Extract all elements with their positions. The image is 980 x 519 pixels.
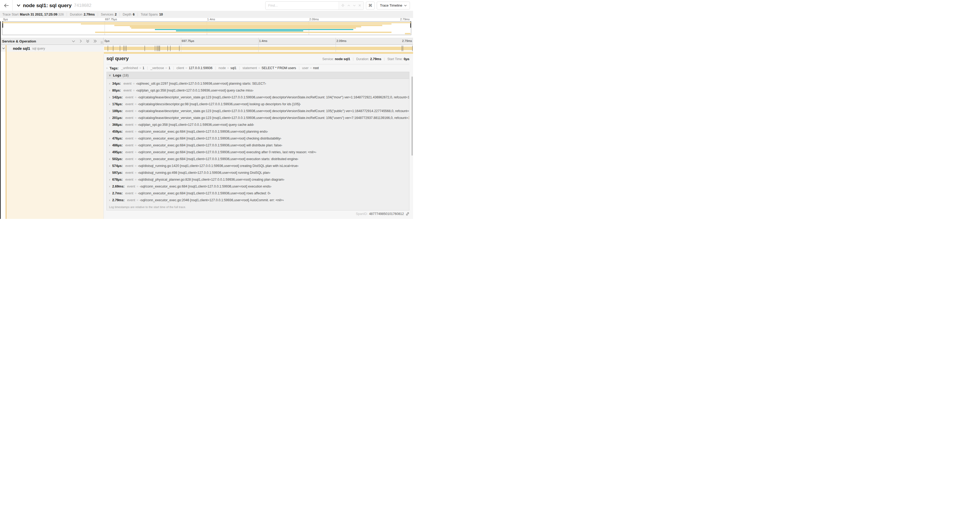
tag-value: 1 [169, 66, 170, 70]
log-timestamp: 459μs: [112, 130, 123, 133]
vertical-scrollbar-thumb[interactable] [412, 77, 413, 156]
left-gutter [0, 52, 103, 219]
log-row[interactable]: ›678μs:event=‹sql/distsql_physical_plann… [107, 176, 409, 183]
minimap-tick-labels: 0μs697.75μs1.4ms2.09ms2.79ms [2, 18, 411, 21]
chevron-right-icon: › [109, 178, 110, 181]
log-row[interactable]: ›476μs:event=‹sql/conn_executor_exec.go:… [107, 135, 409, 142]
column-resizer-handle[interactable] [101, 41, 102, 44]
log-field-value: ‹sql/catalog/lease/descriptor_version_st… [138, 109, 409, 113]
log-field-value: ‹sql/conn_executor_exec.go:684 [nsql1,cl… [140, 185, 271, 188]
log-field-value: ‹sql/conn_executor_exec.go:684 [nsql1,cl… [138, 150, 317, 154]
prev-match-icon[interactable] [347, 4, 350, 7]
chevron-right-icon: › [109, 150, 110, 154]
log-row[interactable]: ›2.69ms:event=‹sql/conn_executor_exec.go… [107, 183, 409, 190]
trace-collapse-chevron-icon[interactable] [17, 4, 21, 7]
tag-key: node [219, 66, 226, 70]
duration-value: 2.79ms [84, 13, 95, 16]
divider [98, 13, 98, 16]
log-row[interactable]: ›201μs:event=‹sql/catalog/lease/descript… [107, 115, 409, 121]
log-marker [155, 46, 155, 51]
log-marker [157, 46, 157, 51]
find-input[interactable] [266, 2, 339, 10]
find-addon [339, 2, 364, 10]
log-row[interactable]: ›502μs:event=‹sql/conn_executor_exec.go:… [107, 156, 409, 163]
view-selector-button[interactable]: Trace Timeline [377, 2, 410, 10]
service-label: Service: [323, 57, 334, 61]
back-button[interactable] [0, 0, 13, 11]
span-row-track[interactable] [103, 45, 413, 52]
equals-sign: = [135, 192, 137, 195]
locate-match-icon[interactable] [341, 4, 345, 7]
log-field-value: ‹sql/conn_executor_exec.go:684 [nsql1,cl… [138, 192, 271, 195]
tag-item[interactable]: _unfinished=1 [121, 66, 144, 70]
equals-sign: = [135, 123, 137, 126]
tag-item[interactable]: client=127.0.0.1:59936 [177, 66, 213, 70]
divider [215, 67, 216, 70]
tag-item[interactable]: _verbose=1 [150, 66, 170, 70]
span-id-value: 4877749850101760812 [369, 212, 404, 216]
log-field-key: event [126, 150, 134, 154]
collapse-all-icon[interactable] [86, 39, 89, 43]
total-spans-label: Total Spans [141, 13, 158, 16]
left-scrollbar[interactable] [0, 21, 1, 219]
log-row[interactable]: ›176μs:event=‹sql/catalog/descs/descript… [107, 101, 409, 108]
tick-label: 2.09ms [309, 18, 319, 21]
log-row[interactable]: ›366μs:event=‹sql/plan_opt.go:358 [nsql1… [107, 121, 409, 128]
expand-all-icon[interactable] [93, 39, 97, 43]
span-row-label[interactable]: node sql1 sql query [0, 45, 103, 52]
log-row[interactable]: ›495μs:event=‹sql/conn_executor_exec.go:… [107, 149, 409, 156]
log-row[interactable]: ›2.79ms:event=‹sql/conn_executor_exec.go… [107, 197, 409, 204]
total-spans-value: 10 [159, 13, 163, 16]
minimap-span-bar [130, 26, 361, 27]
minimap-span-bar [131, 27, 356, 29]
keyboard-shortcut-button[interactable]: ⌘ [366, 2, 375, 10]
equals-sign: = [186, 66, 187, 70]
span-collapse-chevron-icon[interactable] [2, 47, 5, 50]
tag-item[interactable]: statement=SELECT * FROM users [243, 66, 296, 70]
chevron-down-icon [404, 5, 407, 6]
span-detail-title: sql query [107, 56, 129, 61]
log-marker [167, 46, 168, 51]
equals-sign: = [135, 164, 137, 168]
deep-link-icon[interactable] [406, 212, 409, 216]
tags-toggle-row[interactable]: › Tags: _unfinished=1_verbose=1client=12… [107, 65, 409, 71]
log-row[interactable]: ›459μs:event=‹sql/conn_executor_exec.go:… [107, 128, 409, 135]
tick-label: 1.4ms [258, 39, 267, 43]
expand-one-icon[interactable] [79, 39, 82, 43]
tick-label: 2.79ms [400, 18, 410, 21]
log-row[interactable]: ›34μs:event=‹sql/exec_util.go:2297 [nsql… [107, 80, 409, 87]
log-row[interactable]: ›574μs:event=‹sql/distsql_running.go:142… [107, 163, 409, 169]
log-timestamp: 2.7ms: [112, 192, 123, 195]
log-row[interactable]: ›189μs:event=‹sql/catalog/lease/descript… [107, 108, 409, 115]
logs-footnote: Log timestamps are relative to the start… [107, 204, 409, 210]
equals-sign: = [135, 96, 137, 99]
divider [107, 64, 409, 64]
log-marker [113, 46, 113, 51]
equals-sign: = [135, 137, 137, 140]
log-row[interactable]: ›2.7ms:event=‹sql/conn_executor_exec.go:… [107, 190, 409, 197]
logs-toggle-header[interactable]: ∨ Logs (18) [107, 72, 409, 79]
divider [147, 67, 148, 70]
trace-start-fraction: .326 [57, 13, 64, 16]
start-time-value: 0μs [404, 57, 409, 61]
tag-item[interactable]: node=sql1 [219, 66, 237, 70]
logs-container: ∨ Logs (18) ›34μs:event=‹sql/exec_util.g… [107, 72, 409, 211]
log-row[interactable]: ›597μs:event=‹sql/distsql_running.go:498… [107, 169, 409, 176]
tag-value: sql1 [231, 66, 237, 70]
services-value: 2 [115, 13, 117, 16]
collapse-one-icon[interactable] [72, 40, 75, 43]
chevron-right-icon: › [109, 89, 110, 92]
log-row[interactable]: ›80μs:event=‹sql/plan_opt.go:358 [nsql1,… [107, 87, 409, 94]
duration-label: Duration [70, 13, 82, 16]
log-row[interactable]: ›486μs:event=‹sql/conn_executor_exec.go:… [107, 142, 409, 149]
log-row[interactable]: ›142μs:event=‹sql/catalog/lease/descript… [107, 94, 409, 101]
log-timestamp: 34μs: [112, 82, 121, 85]
trace-minimap[interactable] [2, 21, 411, 35]
log-field-value: ‹sql/catalog/descs/descriptor.go:98 [nsq… [138, 102, 301, 106]
logs-label: Logs [113, 73, 121, 77]
tag-item[interactable]: user=root [302, 66, 319, 70]
clear-search-icon[interactable] [358, 4, 361, 7]
next-match-icon[interactable] [353, 4, 356, 7]
log-field-key: event [126, 144, 134, 147]
log-field-key: event [126, 130, 134, 133]
